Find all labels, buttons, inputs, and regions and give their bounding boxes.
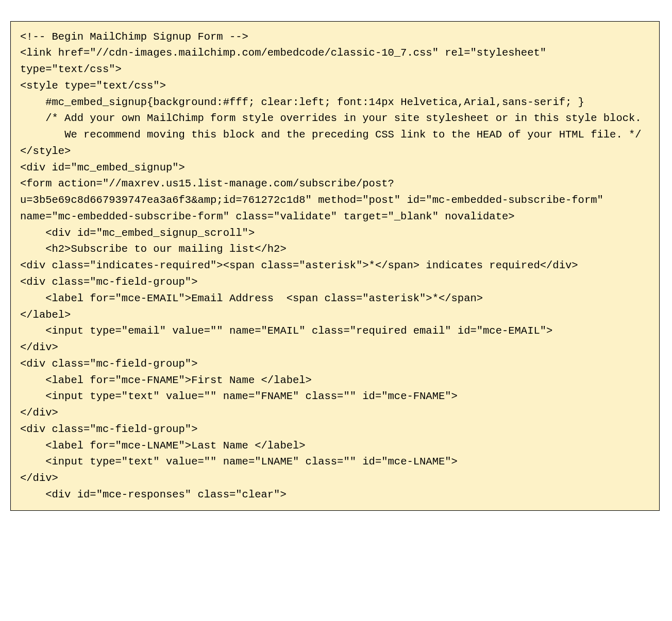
code-block: <!-- Begin MailChimp Signup Form --> <li… bbox=[10, 21, 660, 511]
